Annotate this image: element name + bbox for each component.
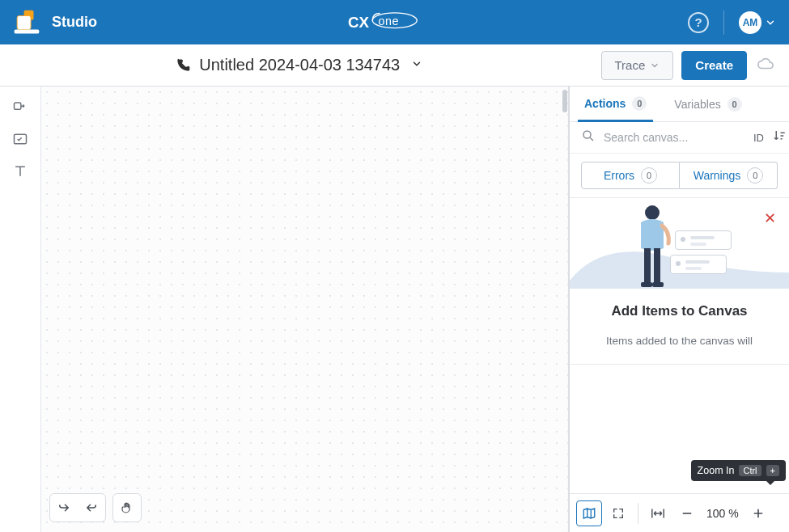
title-chevron-down-icon[interactable] <box>408 55 426 75</box>
search-input[interactable] <box>604 131 745 144</box>
tab-variables-label: Variables <box>674 98 720 111</box>
svg-rect-12 <box>654 248 660 284</box>
create-button[interactable]: Create <box>681 51 747 80</box>
canvas[interactable] <box>41 87 569 532</box>
search-icon <box>581 129 596 146</box>
svg-point-10 <box>645 205 660 220</box>
zoom-level[interactable]: 100 % <box>703 507 742 520</box>
canvas-area <box>41 87 569 532</box>
fullscreen-button[interactable] <box>605 500 631 526</box>
canvas-scrollbar-thumb[interactable] <box>562 90 567 112</box>
container-tool-icon[interactable] <box>11 130 29 148</box>
chevron-down-icon <box>765 17 776 28</box>
svg-rect-14 <box>652 282 664 287</box>
undo-button[interactable] <box>50 494 78 521</box>
document-title-group[interactable]: Untitled 2024-04-03 134743 <box>0 55 601 75</box>
tooltip-key-plus: + <box>766 465 779 476</box>
svg-rect-7 <box>15 103 21 109</box>
pan-hand-button[interactable] <box>113 494 141 521</box>
search-row: ID <box>570 122 789 154</box>
zoom-bar: Zoom In Ctrl + 100 % <box>570 493 789 532</box>
tool-rail <box>0 87 41 532</box>
id-label: ID <box>753 132 764 144</box>
tab-actions[interactable]: Actions 0 <box>578 87 653 122</box>
text-tool-icon[interactable] <box>11 163 29 180</box>
user-avatar: AM <box>739 11 761 34</box>
right-panel: Actions 0 Variables 0 ID Errors 0 <box>569 87 789 532</box>
phone-icon <box>175 57 191 74</box>
svg-text:one: one <box>378 14 399 27</box>
zoom-in-button[interactable] <box>745 500 771 526</box>
tooltip-label: Zoom In <box>698 465 735 476</box>
sort-icon[interactable] <box>772 129 787 146</box>
action-tool-icon[interactable] <box>11 98 29 116</box>
cloud-sync-icon[interactable] <box>757 55 774 76</box>
warnings-label: Warnings <box>694 169 741 182</box>
errors-label: Errors <box>604 169 634 182</box>
warnings-count: 0 <box>747 167 763 184</box>
svg-rect-3 <box>15 29 40 33</box>
chevron-down-icon <box>650 61 660 70</box>
empty-state-subtitle: Items added to the canvas will <box>570 334 789 349</box>
actions-count-badge: 0 <box>632 96 647 111</box>
create-label: Create <box>695 58 733 72</box>
user-menu[interactable]: AM <box>739 11 776 34</box>
help-icon[interactable]: ? <box>688 12 709 33</box>
divider <box>723 11 724 35</box>
trace-button[interactable]: Trace <box>601 51 674 80</box>
panel-tabs: Actions 0 Variables 0 <box>570 87 789 122</box>
app-name: Studio <box>52 14 97 31</box>
empty-illustration <box>570 200 789 289</box>
empty-state-title: Add Items to Canvas <box>570 303 789 319</box>
brand-logo: CX one <box>108 11 677 34</box>
redo-button[interactable] <box>78 494 105 521</box>
pan-group <box>112 493 142 522</box>
variables-count-badge: 0 <box>727 97 742 112</box>
title-bar: Untitled 2024-04-03 134743 Trace Create <box>0 44 789 87</box>
errors-warnings-row: Errors 0 Warnings 0 <box>570 154 789 198</box>
svg-rect-11 <box>644 248 651 284</box>
top-right-controls: ? AM <box>688 11 776 35</box>
canvas-toolbar <box>49 493 142 522</box>
errors-count: 0 <box>641 167 657 184</box>
svg-point-9 <box>583 131 591 138</box>
errors-button[interactable]: Errors 0 <box>581 162 680 189</box>
app-logo-icon <box>13 9 40 36</box>
svg-rect-1 <box>17 15 31 29</box>
minimap-button[interactable] <box>576 500 602 526</box>
top-bar: Studio CX one ? AM <box>0 0 789 44</box>
svg-text:CX: CX <box>348 14 369 31</box>
workspace: Actions 0 Variables 0 ID Errors 0 <box>0 87 789 532</box>
separator <box>638 503 638 524</box>
warnings-button[interactable]: Warnings 0 <box>680 162 778 189</box>
zoom-in-tooltip: Zoom In Ctrl + <box>691 460 786 481</box>
tab-variables[interactable]: Variables 0 <box>668 87 748 121</box>
document-title: Untitled 2024-04-03 134743 <box>199 56 400 74</box>
zoom-out-button[interactable] <box>674 500 700 526</box>
fit-width-button[interactable] <box>645 500 671 526</box>
history-group <box>49 493 106 522</box>
trace-label: Trace <box>615 58 646 72</box>
tab-actions-label: Actions <box>584 97 626 110</box>
tooltip-key-ctrl: Ctrl <box>739 465 761 476</box>
svg-rect-13 <box>641 282 652 287</box>
empty-state-card: ✕ Add Items to Canvas I <box>570 200 789 365</box>
